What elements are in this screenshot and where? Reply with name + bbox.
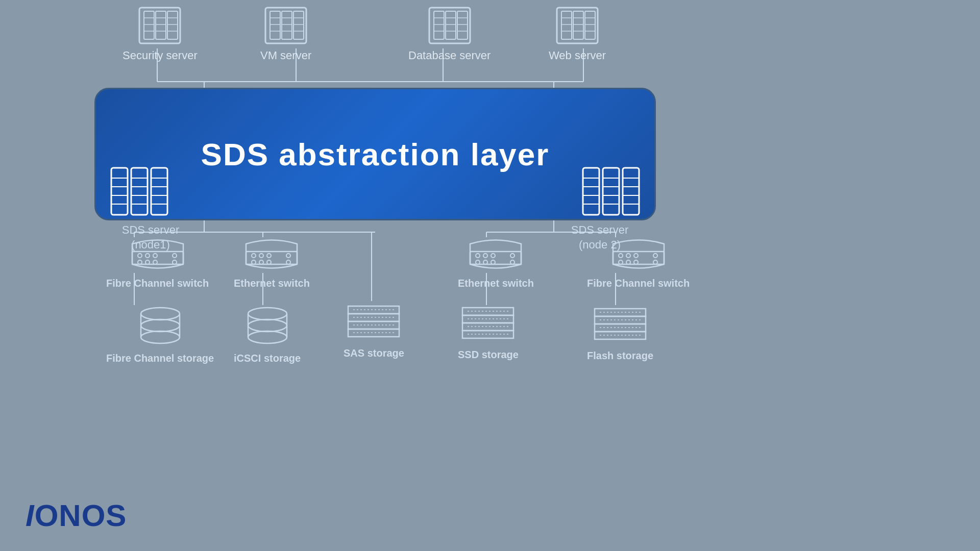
svg-rect-20 <box>139 8 180 43</box>
server-security: Security server <box>122 5 198 62</box>
eth-switch-left-label: Ethernet switch <box>234 278 310 289</box>
main-layout: Security server VM server <box>0 0 980 551</box>
svg-point-125 <box>476 254 480 258</box>
svg-rect-89 <box>623 168 639 215</box>
eth-switch-left-icon <box>243 234 300 274</box>
ethernet-switch-right: Ethernet switch <box>458 234 534 289</box>
ssd-storage-icon <box>460 305 516 346</box>
fc-switch-right-label: Fibre Channel switch <box>587 278 690 289</box>
security-server-label: Security server <box>122 49 198 62</box>
sas-storage-item: SAS storage <box>344 304 404 359</box>
svg-point-134 <box>619 254 623 258</box>
svg-point-105 <box>153 254 157 258</box>
svg-point-126 <box>483 254 487 258</box>
svg-rect-49 <box>457 11 468 39</box>
fc-switch-left-label: Fibre Channel switch <box>106 278 209 289</box>
svg-point-127 <box>491 254 495 258</box>
svg-rect-46 <box>429 8 470 43</box>
sds-node1-icon <box>109 165 170 219</box>
fc-storage-label: Fibre Channel storage <box>106 353 214 364</box>
iscsi-storage: iCSCI storage <box>234 306 301 364</box>
svg-rect-47 <box>434 11 444 39</box>
eth-switch-right-icon <box>468 234 524 274</box>
flash-storage-icon <box>592 306 648 347</box>
svg-rect-23 <box>167 11 178 39</box>
svg-rect-61 <box>573 11 583 39</box>
server-database: Database server <box>408 5 491 62</box>
svg-rect-21 <box>144 11 154 39</box>
server-web: Web server <box>549 5 606 62</box>
svg-rect-62 <box>585 11 595 39</box>
fc-storage-icon <box>137 306 183 349</box>
flash-storage-label: Flash storage <box>587 350 653 362</box>
svg-rect-88 <box>603 168 619 215</box>
svg-rect-34 <box>270 11 280 39</box>
iscsi-storage-icon <box>244 306 290 349</box>
svg-point-135 <box>626 254 630 258</box>
svg-point-147 <box>248 308 287 320</box>
svg-point-104 <box>145 254 150 258</box>
svg-point-106 <box>173 254 177 258</box>
svg-point-142 <box>141 308 180 320</box>
svg-point-143 <box>141 319 180 332</box>
ionos-logo: IONOS <box>26 498 127 533</box>
fibre-channel-switch-right: Fibre Channel switch <box>587 234 690 289</box>
vm-server-icon <box>263 5 309 46</box>
svg-rect-73 <box>131 168 148 215</box>
iscsi-storage-label: iCSCI storage <box>234 353 301 364</box>
web-server-label: Web server <box>549 49 606 62</box>
svg-point-128 <box>510 254 514 258</box>
svg-rect-72 <box>111 168 128 215</box>
sds-layer-title: SDS abstraction layer <box>201 136 550 172</box>
svg-point-149 <box>248 331 287 343</box>
svg-point-103 <box>138 254 142 258</box>
fc-storage: Fibre Channel storage <box>106 306 214 364</box>
fibre-channel-switch-left: Fibre Channel switch <box>106 234 209 289</box>
eth-switch-right-label: Ethernet switch <box>458 278 534 289</box>
flash-storage: Flash storage <box>587 306 653 362</box>
svg-point-148 <box>248 319 287 332</box>
svg-point-115 <box>286 254 290 258</box>
sds-layer-box: SDS abstraction layer <box>94 88 656 220</box>
svg-rect-35 <box>282 11 292 39</box>
fc-switch-right-icon <box>610 234 667 274</box>
svg-rect-48 <box>446 11 456 39</box>
svg-rect-60 <box>561 11 572 39</box>
svg-point-114 <box>267 254 271 258</box>
sas-storage-label: SAS storage <box>344 347 404 359</box>
svg-rect-87 <box>583 168 599 215</box>
database-server-label: Database server <box>408 49 491 62</box>
ethernet-switch-left: Ethernet switch <box>234 234 310 289</box>
svg-point-144 <box>141 331 180 343</box>
security-server-icon <box>137 5 183 46</box>
ssd-storage-label: SSD storage <box>458 349 519 361</box>
svg-point-113 <box>259 254 263 258</box>
svg-rect-33 <box>265 8 306 43</box>
svg-point-136 <box>634 254 638 258</box>
sds-node2-icon <box>580 165 642 219</box>
svg-rect-22 <box>156 11 166 39</box>
vm-server-label: VM server <box>260 49 311 62</box>
svg-rect-36 <box>293 11 304 39</box>
web-server-icon <box>554 5 600 46</box>
database-server-icon <box>427 5 473 46</box>
svg-point-137 <box>653 254 657 258</box>
svg-rect-74 <box>151 168 167 215</box>
svg-point-112 <box>252 254 256 258</box>
svg-rect-59 <box>557 8 598 43</box>
ssd-storage: SSD storage <box>458 305 519 361</box>
sas-storage-icon <box>346 304 402 344</box>
fc-switch-left-icon <box>130 234 186 274</box>
server-vm: VM server <box>260 5 311 62</box>
